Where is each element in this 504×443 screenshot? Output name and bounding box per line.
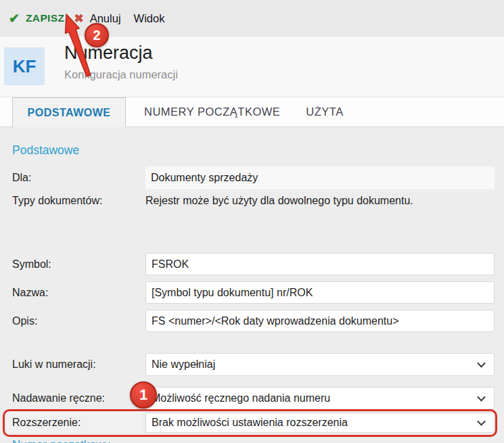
page-title: Numeracja	[64, 43, 153, 64]
symbol-label: Symbol:	[12, 253, 51, 275]
luki-dropdown[interactable]: Nie wypełniaj	[145, 353, 495, 376]
typy-dokumentow-label: Typy dokumentów:	[12, 193, 102, 208]
page-subtitle: Konfiguracja numeracji	[64, 68, 178, 81]
luki-label: Luki w numeracji:	[12, 353, 96, 376]
symbol-input[interactable]	[145, 253, 495, 275]
rozszerzenie-selected-value: Brak możliwości ustawienia rozszerzenia	[152, 417, 348, 429]
numbering-config-window: ✔ ZAPISZ ✖ Anuluj Widok KF Numeracja Kon…	[0, 0, 504, 443]
dla-label: Dla:	[12, 166, 31, 189]
page-header: KF Numeracja Konfiguracja numeracji	[0, 37, 504, 97]
nazwa-label: Nazwa:	[12, 281, 48, 304]
nadawanie-label: Nadawanie ręczne:	[12, 387, 105, 410]
view-menu-item[interactable]: Widok	[121, 12, 165, 25]
typy-dokumentow-value: Rejestr może być użyty dla dowolnego typ…	[145, 193, 501, 208]
avatar: KF	[4, 47, 45, 85]
rozszerzenie-label: Rozszerzenie:	[6, 412, 143, 433]
tab-bar: PODSTAWOWE NUMERY POCZĄTKOWE UŻYTA	[0, 97, 504, 127]
tab-podstawowe[interactable]: PODSTAWOWE	[12, 97, 126, 127]
nadawanie-selected-value: Możliwość ręcznego nadania numeru	[152, 392, 330, 404]
section-title: Podstawowe	[12, 143, 79, 158]
rozszerzenie-dropdown[interactable]: Brak możliwości ustawienia rozszerzenia	[145, 413, 495, 433]
save-button-label: ZAPISZ	[26, 12, 65, 24]
chevron-down-icon	[477, 417, 486, 426]
toolbar: ✔ ZAPISZ ✖ Anuluj Widok	[0, 0, 504, 37]
chevron-down-icon	[477, 393, 486, 402]
nazwa-input[interactable]	[145, 281, 495, 304]
opis-label: Opis:	[12, 310, 37, 332]
luki-selected-value: Nie wypełniaj	[152, 358, 215, 371]
cancel-button-label: Anuluj	[90, 12, 121, 25]
cancel-button[interactable]: ✖ Anuluj	[64, 11, 120, 26]
opis-input[interactable]	[145, 310, 495, 332]
save-button[interactable]: ✔ ZAPISZ	[9, 11, 64, 26]
dla-field[interactable]: Dokumenty sprzedaży	[145, 166, 495, 189]
nadawanie-dropdown[interactable]: Możliwość ręcznego nadania numeru	[145, 387, 495, 410]
check-icon: ✔	[9, 11, 20, 26]
form-content: Podstawowe Dla: Dokumenty sprzedaży Typy…	[0, 127, 504, 443]
tab-uzyta[interactable]: UŻYTA	[298, 97, 351, 126]
clipped-section-title: Numer początkowy	[12, 438, 110, 443]
view-menu-label: Widok	[134, 12, 165, 25]
close-icon: ✖	[74, 11, 83, 26]
tab-numery-poczatkowe[interactable]: NUMERY POCZĄTKOWE	[136, 97, 288, 126]
chevron-down-icon	[477, 359, 486, 368]
